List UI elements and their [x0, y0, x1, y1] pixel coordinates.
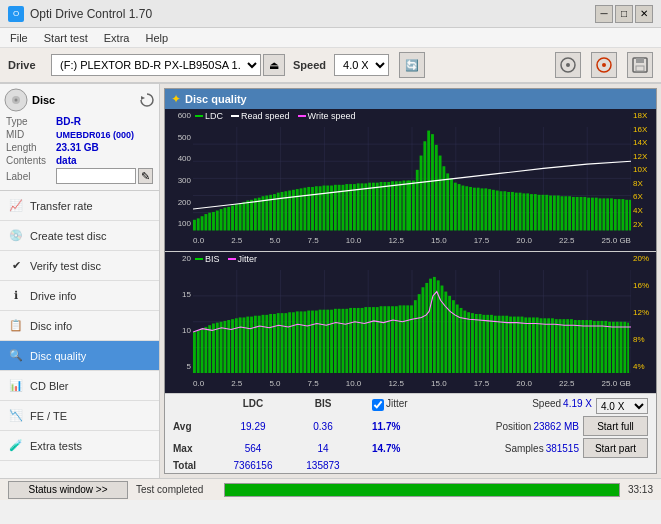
bx-label-2-5: 2.5 — [231, 379, 242, 388]
y-label-400: 400 — [167, 154, 191, 163]
x-label-17-5: 17.5 — [474, 236, 490, 245]
maximize-button[interactable]: □ — [615, 5, 633, 23]
speed-target-select[interactable]: 4.0 X — [596, 398, 648, 414]
drive-select[interactable]: (F:) PLEXTOR BD-R PX-LB950SA 1.06 — [51, 54, 261, 76]
drive-eject-button[interactable]: ⏏ — [263, 54, 285, 76]
y-label-100: 100 — [167, 219, 191, 228]
bx-label-10: 10.0 — [346, 379, 362, 388]
svg-rect-73 — [477, 188, 480, 231]
bx-label-17-5: 17.5 — [474, 379, 490, 388]
stats-max-jitter: 14.7% — [372, 443, 422, 454]
bottom-chart-y-axis-right: 20% 16% 12% 8% 4% — [631, 252, 656, 374]
disc-refresh-icon[interactable] — [139, 92, 155, 108]
main-layout: Disc Type BD-R MID UMEBDR016 (000) Lengt… — [0, 84, 661, 478]
svg-rect-237 — [505, 315, 508, 373]
nav-drive-info[interactable]: ℹ Drive info — [0, 281, 159, 311]
nav-drive-info-label: Drive info — [30, 290, 76, 302]
read-speed-legend-dot — [231, 115, 239, 117]
stats-avg-label: Avg — [173, 421, 218, 432]
svg-rect-96 — [564, 196, 567, 230]
status-window-button[interactable]: Status window >> — [8, 481, 128, 499]
svg-rect-97 — [568, 196, 571, 230]
nav-disc-info[interactable]: 📋 Disc info — [0, 311, 159, 341]
svg-rect-76 — [488, 189, 491, 230]
svg-rect-77 — [492, 190, 495, 231]
position-value: 23862 MB — [533, 421, 579, 432]
close-button[interactable]: ✕ — [635, 5, 653, 23]
disc-contents-label: Contents — [6, 155, 56, 166]
disc-label-input[interactable] — [56, 168, 136, 184]
nav-fe-te[interactable]: 📉 FE / TE — [0, 401, 159, 431]
minimize-button[interactable]: ─ — [595, 5, 613, 23]
svg-rect-169 — [246, 316, 249, 373]
menu-file[interactable]: File — [4, 30, 34, 46]
disc-erase-button[interactable] — [555, 52, 581, 78]
svg-rect-230 — [479, 313, 482, 373]
svg-rect-172 — [258, 315, 261, 373]
svg-rect-209 — [342, 308, 345, 373]
menu-extra[interactable]: Extra — [98, 30, 136, 46]
y-label-500: 500 — [167, 133, 191, 142]
app-title: Opti Drive Control 1.70 — [30, 7, 152, 21]
svg-rect-34 — [223, 208, 226, 231]
svg-rect-94 — [557, 196, 560, 231]
disc-label-edit-button[interactable]: ✎ — [138, 168, 153, 184]
nav-disc-quality[interactable]: 🔍 Disc quality — [0, 341, 159, 371]
nav-extra-tests-label: Extra tests — [30, 440, 82, 452]
svg-rect-113 — [629, 200, 631, 231]
speed-select[interactable]: 4.0 X — [334, 54, 389, 76]
svg-rect-43 — [258, 198, 261, 231]
svg-rect-28 — [201, 216, 204, 230]
svg-rect-174 — [265, 314, 268, 373]
write-speed-legend: Write speed — [298, 111, 356, 121]
svg-rect-178 — [281, 313, 284, 373]
disc-length-value: 23.31 GB — [56, 142, 99, 153]
svg-rect-70 — [465, 186, 468, 230]
svg-rect-261 — [597, 320, 600, 373]
bottom-chart-x-axis: 0.0 2.5 5.0 7.5 10.0 12.5 15.0 17.5 20.0… — [193, 373, 631, 393]
svg-rect-84 — [519, 193, 522, 231]
nav-cd-bler[interactable]: 📊 CD Bler — [0, 371, 159, 401]
svg-rect-255 — [574, 320, 577, 373]
save-button[interactable] — [627, 52, 653, 78]
svg-rect-107 — [606, 198, 609, 230]
start-part-button[interactable]: Start part — [583, 438, 648, 458]
disc-burn-button[interactable] — [591, 52, 617, 78]
x-label-10: 10.0 — [346, 236, 362, 245]
nav-create-test-disc[interactable]: 💿 Create test disc — [0, 221, 159, 251]
jitter-checkbox[interactable] — [372, 399, 384, 411]
svg-rect-32 — [216, 211, 219, 231]
refresh-button[interactable]: 🔄 — [399, 52, 425, 78]
svg-rect-236 — [502, 315, 505, 373]
svg-rect-204 — [322, 309, 325, 373]
svg-rect-85 — [522, 193, 525, 230]
disc-contents-row: Contents data — [4, 155, 155, 166]
svg-rect-179 — [284, 313, 287, 373]
stats-header-bis: BIS — [288, 398, 358, 414]
nav-transfer-rate[interactable]: 📈 Transfer rate — [0, 191, 159, 221]
start-full-button[interactable]: Start full — [583, 416, 648, 436]
svg-rect-175 — [269, 313, 272, 373]
svg-rect-266 — [616, 321, 619, 373]
x-label-20: 20.0 — [516, 236, 532, 245]
svg-rect-92 — [549, 196, 552, 231]
stats-avg-ldc: 19.29 — [218, 421, 288, 432]
disc-quality-icon: 🔍 — [8, 348, 24, 364]
svg-rect-39 — [243, 202, 246, 231]
svg-rect-256 — [578, 320, 581, 373]
svg-rect-5 — [636, 58, 644, 63]
svg-rect-240 — [517, 316, 520, 373]
svg-rect-219 — [380, 306, 383, 373]
svg-rect-63 — [439, 156, 442, 231]
nav-verify-test-disc[interactable]: ✔ Verify test disc — [0, 251, 159, 281]
y-label-14x: 14X — [633, 138, 654, 147]
status-text: Test completed — [136, 484, 216, 495]
menu-start-test[interactable]: Start test — [38, 30, 94, 46]
menu-help[interactable]: Help — [139, 30, 174, 46]
nav-extra-tests[interactable]: 🧪 Extra tests — [0, 431, 159, 461]
bottom-chart-y-axis-left: 20 15 10 5 — [165, 252, 193, 374]
svg-rect-167 — [239, 317, 242, 373]
write-speed-legend-dot — [298, 115, 306, 117]
svg-rect-170 — [250, 316, 253, 373]
position-label: Position — [496, 421, 532, 432]
